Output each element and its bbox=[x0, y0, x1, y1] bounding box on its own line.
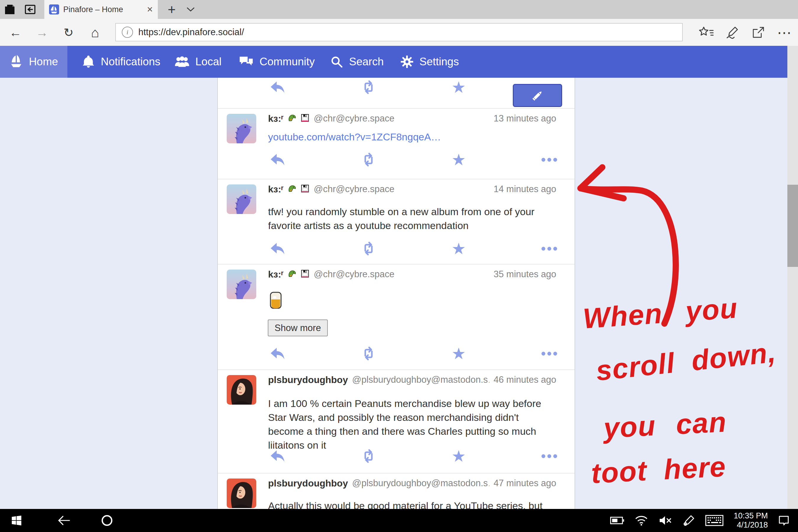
favorite-button[interactable]: ★ bbox=[450, 240, 468, 258]
nav-label: Community bbox=[260, 56, 315, 68]
pen-icon[interactable] bbox=[683, 514, 695, 527]
favorite-button[interactable]: ★ bbox=[450, 151, 468, 169]
home-button[interactable]: ⌂ bbox=[83, 19, 108, 46]
refresh-button[interactable]: ↻ bbox=[56, 19, 81, 46]
reply-button[interactable] bbox=[269, 447, 287, 465]
boost-button[interactable] bbox=[360, 240, 377, 258]
reply-button[interactable] bbox=[269, 151, 287, 169]
account-handle[interactable]: @chr@cybre.space bbox=[314, 113, 394, 124]
chevron-down-icon[interactable] bbox=[181, 0, 201, 19]
taskbar-back-button[interactable] bbox=[53, 509, 75, 532]
toot: plsburydoughboy @plsburydoughboy@mastodo… bbox=[218, 474, 574, 509]
browser-menu-icon[interactable]: ⋯ bbox=[772, 19, 797, 46]
annotation-text-line: scroll down, bbox=[594, 336, 778, 387]
timestamp[interactable]: 35 minutes ago bbox=[494, 269, 556, 280]
battery-icon[interactable] bbox=[610, 516, 624, 525]
toot-header: kз:ʳ @chr@cybre.space 35 minutes ago bbox=[268, 267, 556, 281]
toot: kз:ʳ @chr@cybre.space 13 minutes ago you… bbox=[218, 109, 574, 179]
favorites-hub-icon[interactable] bbox=[694, 19, 719, 46]
avatar[interactable] bbox=[227, 185, 256, 214]
scrollbar-thumb[interactable] bbox=[787, 185, 798, 267]
timestamp[interactable]: 46 minutes ago bbox=[494, 375, 556, 385]
browser-tab-strip: Pinafore – Home ✕ + bbox=[0, 0, 798, 19]
more-options-button[interactable] bbox=[540, 345, 558, 362]
avatar[interactable] bbox=[227, 269, 256, 299]
toot-content: I am 100 % certain Peanuts merchandise b… bbox=[268, 397, 556, 452]
floppy-disk-emoji bbox=[301, 269, 309, 279]
nav-item-home[interactable]: Home bbox=[0, 46, 68, 78]
display-name[interactable]: plsburydoughboy bbox=[268, 478, 348, 489]
show-more-button[interactable]: Show more bbox=[268, 320, 328, 336]
forward-button[interactable]: → bbox=[30, 19, 54, 46]
timestamp[interactable]: 14 minutes ago bbox=[494, 184, 556, 194]
timestamp[interactable]: 47 minutes ago bbox=[494, 478, 556, 489]
taskbar-clock[interactable]: 10:35 PM 4/1/2018 bbox=[734, 511, 768, 530]
back-arrow-icon bbox=[57, 515, 71, 526]
toot-actions: ★ bbox=[218, 447, 574, 465]
nav-item-notifications[interactable]: Notifications bbox=[82, 46, 160, 78]
dragon-emoji bbox=[288, 184, 297, 194]
favorite-button[interactable]: ★ bbox=[450, 78, 468, 96]
url-field[interactable]: i https://dev.pinafore.social/ bbox=[115, 23, 683, 41]
display-name[interactable]: kз:ʳ bbox=[268, 113, 283, 124]
boost-button[interactable] bbox=[360, 151, 377, 169]
compose-toot-button[interactable] bbox=[513, 84, 562, 107]
browser-tab[interactable]: Pinafore – Home ✕ bbox=[44, 0, 158, 19]
toot-link[interactable]: youtube.com/watch?v=1ZCF8ngqeA… bbox=[268, 130, 556, 144]
reply-button[interactable] bbox=[269, 78, 287, 96]
nav-item-settings[interactable]: Settings bbox=[400, 46, 459, 78]
more-options-button[interactable] bbox=[540, 447, 558, 465]
timestamp[interactable]: 13 minutes ago bbox=[494, 113, 556, 124]
site-info-icon[interactable]: i bbox=[122, 26, 133, 38]
wifi-icon[interactable] bbox=[634, 515, 648, 526]
volume-muted-icon[interactable] bbox=[659, 515, 673, 526]
favorite-button[interactable]: ★ bbox=[450, 447, 468, 465]
reply-button[interactable] bbox=[269, 345, 287, 362]
toot-header: kз:ʳ @chr@cybre.space 13 minutes ago bbox=[268, 112, 556, 125]
share-icon[interactable] bbox=[746, 19, 771, 46]
favorite-button[interactable]: ★ bbox=[450, 345, 468, 362]
avatar[interactable] bbox=[227, 375, 256, 405]
dragon-emoji bbox=[288, 269, 297, 279]
back-button[interactable]: ← bbox=[3, 19, 28, 46]
nav-item-community[interactable]: Community bbox=[239, 46, 315, 78]
nav-item-search[interactable]: Search bbox=[330, 46, 384, 78]
toot-header: plsburydoughboy @plsburydoughboy@mastodo… bbox=[268, 373, 556, 386]
more-options-button[interactable] bbox=[540, 240, 558, 258]
url-text[interactable]: https://dev.pinafore.social/ bbox=[138, 27, 244, 38]
nav-item-local[interactable]: Local bbox=[175, 46, 221, 78]
boost-button[interactable] bbox=[360, 345, 377, 362]
display-name[interactable]: plsburydoughboy bbox=[268, 375, 348, 385]
cortana-button[interactable] bbox=[96, 509, 118, 532]
avatar[interactable] bbox=[227, 478, 256, 508]
tab-title: Pinafore – Home bbox=[63, 5, 142, 14]
system-tray: 10:35 PM 4/1/2018 bbox=[610, 509, 798, 532]
touch-keyboard-icon[interactable] bbox=[705, 515, 723, 526]
start-button[interactable] bbox=[6, 509, 27, 532]
display-name[interactable]: kз:ʳ bbox=[268, 184, 283, 195]
pinafore-favicon bbox=[49, 4, 59, 15]
toot-content: tfw! you randomly stumble on a new album… bbox=[268, 205, 556, 233]
tab-preview-panel-icon[interactable] bbox=[21, 0, 40, 19]
nav-label: Settings bbox=[419, 56, 459, 68]
account-handle[interactable]: @chr@cybre.space bbox=[314, 184, 394, 194]
account-handle[interactable]: @chr@cybre.space bbox=[314, 269, 394, 280]
amber-jar-emoji bbox=[269, 291, 283, 311]
reply-button[interactable] bbox=[269, 240, 287, 258]
browser-address-bar: ← → ↻ ⌂ i https://dev.pinafore.social/ ⋯ bbox=[0, 19, 798, 46]
web-note-pen-icon[interactable] bbox=[720, 19, 745, 46]
account-handle[interactable]: @plsburydoughboy@mastodon.s… bbox=[352, 478, 490, 489]
more-options-button[interactable] bbox=[540, 151, 558, 169]
boost-button[interactable] bbox=[360, 78, 377, 96]
boost-button[interactable] bbox=[360, 447, 377, 465]
new-tab-button[interactable]: + bbox=[162, 0, 182, 19]
toot-partial: ★ bbox=[218, 78, 574, 109]
account-handle[interactable]: @plsburydoughboy@mastodon.s… bbox=[352, 375, 490, 385]
display-name[interactable]: kз:ʳ bbox=[268, 269, 283, 280]
scrollbar[interactable] bbox=[787, 46, 798, 509]
set-tabs-aside-icon[interactable] bbox=[1, 0, 19, 19]
avatar[interactable] bbox=[227, 114, 256, 143]
action-center-icon[interactable] bbox=[778, 515, 790, 526]
page-background: ★ bbox=[0, 78, 798, 509]
close-tab-icon[interactable]: ✕ bbox=[147, 5, 153, 14]
